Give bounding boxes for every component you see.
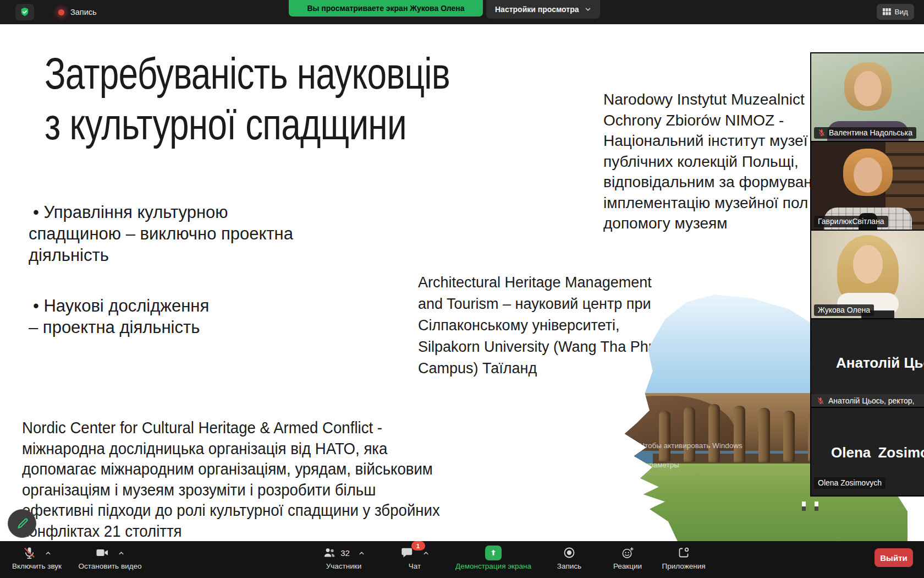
windows-activation-watermark: Чтобы активировать Windows Параметры — [640, 441, 743, 470]
chevron-up-icon — [45, 549, 52, 557]
participants-button[interactable]: 32 Участники — [308, 545, 380, 570]
meeting-toolbar: Включить звук Остановить видео — [0, 541, 924, 578]
participant-name-label: Жукова Олена — [814, 304, 874, 316]
share-screen-label: Демонстрация экрана — [455, 562, 531, 570]
text-line: Silpakorn University (Wang Tha Phra — [418, 336, 662, 358]
grid-view-icon — [883, 8, 891, 15]
text-line: відповідальним за формуван — [603, 172, 812, 193]
view-button[interactable]: Вид — [877, 4, 914, 20]
mic-muted-icon — [818, 129, 826, 137]
participant-name: Валентина Надольська — [829, 128, 912, 137]
participant-tile-tsos[interactable]: Анатолій Цьось Анатолій Цьось, ректор, — [811, 319, 924, 407]
chat-unread-badge: 1 — [411, 541, 425, 550]
text-line: імплементацію музейної пол — [603, 193, 812, 214]
bullet-line: • Наукові дослідження — [33, 295, 209, 317]
top-bar: Запись Вы просматриваете экран Жукова Ол… — [0, 0, 924, 24]
participant-tile-havryliuk[interactable]: ГаврилюкСвітлана — [811, 142, 924, 230]
watermark-line: Параметры — [640, 460, 743, 470]
share-screen-icon — [485, 546, 502, 560]
avatar-face — [854, 157, 882, 193]
slide-text-architectural: Architectural Heritage Management and To… — [418, 272, 662, 379]
view-options-label: Настройки просмотра — [495, 5, 579, 14]
bullet-line: діяльність — [29, 244, 293, 266]
viewing-screen-banner: Вы просматриваете экран Жукова Олена — [289, 0, 483, 17]
mic-options-caret[interactable] — [45, 549, 52, 557]
text-line: Сілпаконському університеті, — [418, 315, 662, 336]
text-line: допомогу музеям — [603, 213, 812, 234]
reactions-icon — [621, 546, 635, 560]
participant-tile-valentyna[interactable]: Валентина Надольська — [811, 53, 924, 141]
chat-button[interactable]: 1 Чат — [394, 545, 436, 570]
bullet-line: спадщиною – виключно проектна — [29, 223, 293, 244]
slide-title-line: Затребуваність науковців — [45, 48, 450, 99]
participants-count: 32 — [340, 548, 350, 558]
record-icon — [563, 546, 576, 559]
reactions-button[interactable]: Реакции — [607, 545, 648, 570]
mic-muted-icon — [23, 546, 36, 560]
participants-label: Участники — [326, 562, 362, 570]
participant-display-name: Анатолій Цьось — [836, 355, 924, 372]
text-line: публічних колекцій Польщі, — [603, 151, 812, 172]
apps-button[interactable]: Приложения — [658, 545, 710, 570]
slide-bullet-1: • Управління культурною спадщиною – викл… — [29, 201, 293, 266]
participant-tile-zhukova[interactable]: Жукова Олена — [811, 231, 924, 318]
participant-tile-zosimovych[interactable]: Olena Zosimovych Olena Zosimovych — [811, 408, 924, 495]
annotate-button[interactable] — [8, 509, 36, 538]
participant-name-label: Анатолій Цьось, ректор, — [811, 394, 924, 407]
share-screen-button[interactable]: Демонстрация экрана — [447, 545, 540, 570]
participants-options-caret[interactable] — [358, 549, 365, 557]
participant-name: ГаврилюкСвітлана — [818, 217, 884, 226]
stop-video-button[interactable]: Остановить видео — [72, 545, 148, 570]
recording-label: Запись — [70, 8, 97, 17]
chevron-up-icon — [118, 549, 125, 557]
text-line: Campus) Таїланд — [418, 358, 662, 379]
participants-icon — [322, 546, 337, 559]
bullet-line: – проектна діяльність — [29, 317, 209, 338]
apps-icon — [677, 546, 690, 559]
moai-statue — [783, 411, 795, 462]
participant-name-label: ГаврилюкСвітлана — [814, 216, 888, 227]
recording-dot-icon — [58, 9, 64, 15]
participant-name-label: Olena Zosimovych — [814, 477, 886, 489]
slide-title-line: з культурної спадщини — [45, 99, 450, 150]
text-line: Національний інститут музеї — [603, 130, 812, 151]
text-line: міжнародна дослідницька організація від … — [22, 438, 440, 459]
participant-name: Анатолій Цьось, ректор, — [828, 396, 914, 405]
text-line: ефективні підходи до ролі культурної спа… — [22, 500, 440, 521]
mic-muted-icon — [817, 397, 824, 405]
chevron-down-icon — [585, 6, 591, 13]
bullet-line: • Управління культурною — [33, 201, 293, 223]
chat-options-caret[interactable] — [422, 549, 430, 557]
leave-meeting-button[interactable]: Выйти — [875, 548, 913, 567]
apps-label: Приложения — [662, 562, 706, 570]
chevron-up-icon — [422, 549, 430, 557]
slide-text-nordic: Nordic Center for Cultural Heritage & Ar… — [22, 417, 440, 541]
pencil-icon — [15, 516, 29, 531]
chat-label: Чат — [409, 562, 421, 570]
recording-indicator: Запись — [58, 0, 97, 24]
participant-display-name: Olena Zosimovych — [831, 444, 924, 461]
text-line: and Tourism – науковий центр при — [418, 293, 662, 315]
text-line: організаціям і музеям зрозуміти і розроб… — [22, 479, 440, 500]
record-button[interactable]: Запись — [551, 545, 587, 570]
unmute-button[interactable]: Включить звук — [4, 545, 69, 570]
slide-title: Затребуваність науковців з культурної сп… — [45, 48, 450, 150]
record-label: Запись — [557, 562, 581, 570]
unmute-label: Включить звук — [12, 562, 62, 570]
zoom-meeting-window: Запись Вы просматриваете экран Жукова Ол… — [0, 0, 924, 578]
text-line: Nordic Center for Cultural Heritage & Ar… — [22, 417, 440, 438]
avatar-face — [854, 71, 882, 106]
shared-screen-slide: Затребуваність науковців з культурної сп… — [0, 24, 924, 541]
text-line: Narodowy Instytut Muzealnict — [603, 89, 812, 110]
participants-panel: Валентина Надольська ГаврилюкСвітлана — [810, 52, 924, 497]
stop-video-label: Остановить видео — [78, 562, 141, 570]
text-line: Ochrony Zbiorów NIMOZ - — [603, 110, 812, 131]
tourist-figure — [802, 501, 806, 511]
security-button[interactable] — [15, 4, 34, 20]
text-line: допомагає міжнародним організаціям, уряд… — [22, 459, 440, 479]
view-options-button[interactable]: Настройки просмотра — [486, 0, 600, 19]
text-line: Architectural Heritage Management — [418, 272, 662, 293]
participant-name: Жукова Олена — [818, 306, 870, 314]
video-options-caret[interactable] — [118, 549, 125, 557]
watermark-line: Чтобы активировать Windows — [640, 441, 743, 450]
